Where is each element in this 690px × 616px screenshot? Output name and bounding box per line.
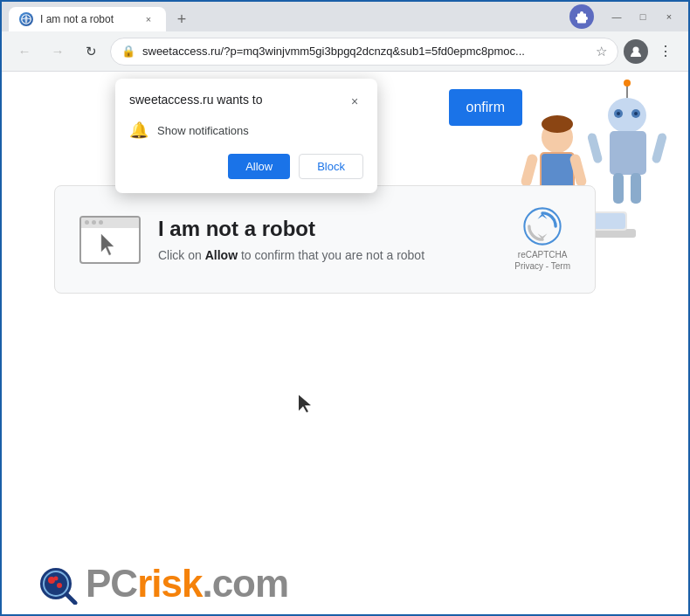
card-subtitle: Click on Allow to confirm that you are n… [158,248,497,262]
recaptcha-badge: reCAPTCHA Privacy - Term [514,207,570,272]
svg-point-9 [624,80,631,87]
svg-marker-27 [299,395,311,412]
popup-header: sweetaccess.ru wants to × [129,93,363,110]
tab-favicon [19,12,33,26]
cursor [299,395,313,417]
window-controls: — □ × [604,4,681,29]
tab-title: I am not a robot [40,13,135,25]
svg-rect-18 [520,153,538,188]
subtitle-post: to confirm that you are not a robot [238,248,424,262]
tab-strip: I am not a robot × + [9,2,566,31]
page-content: onfirm sweetaccess.ru wants to × 🔔 Show … [2,72,688,614]
subtitle-bold: Allow [205,248,238,262]
confirm-button[interactable]: onfirm [449,89,522,126]
title-bar: I am not a robot × + — □ × [2,2,688,31]
tab-close-button[interactable]: × [141,12,155,26]
svg-marker-25 [101,234,114,255]
notification-popup: sweetaccess.ru wants to × 🔔 Show notific… [115,79,377,193]
pcrisk-logo: PCrisk.com [37,562,288,606]
address-bar[interactable]: 🔒 sweetaccess.ru/?p=mq3winjvmm5gi3bpgq2d… [110,38,618,66]
logo-pc: PC [86,562,137,605]
minimize-button[interactable]: — [604,4,629,29]
browser-tab[interactable]: I am not a robot × [9,7,166,31]
back-button[interactable]: ← [10,38,38,66]
new-tab-button[interactable]: + [169,7,194,31]
logo-risk: risk [137,562,202,605]
allow-button[interactable]: Allow [228,154,290,179]
bell-icon: 🔔 [129,121,148,140]
card-text: I am not a robot Click on Allow to confi… [158,217,497,262]
svg-point-6 [617,112,620,115]
close-button[interactable]: × [657,4,681,29]
notification-row: 🔔 Show notifications [129,121,363,140]
browser-icon-top [81,218,139,228]
logo-com: .com [202,562,288,605]
profile-button[interactable] [624,39,648,64]
popup-buttons: Allow Block [129,154,363,179]
browser-toolbar: ← → ↻ 🔒 sweetaccess.ru/?p=mq3winjvmm5gi3… [2,31,688,72]
browser-dot [85,220,89,225]
svg-point-7 [634,112,638,115]
forward-button[interactable]: → [44,38,72,66]
confirm-button-area: onfirm [449,89,522,126]
bookmark-icon[interactable]: ☆ [596,44,607,59]
recaptcha-label: reCAPTCHA Privacy - Term [514,249,570,272]
browser-icon [79,216,141,264]
popup-close-button[interactable]: × [346,93,363,110]
browser-window: I am not a robot × + — □ × ← → ↻ 🔒 sweet… [2,2,688,614]
notification-label: Show notifications [157,124,249,137]
svg-rect-10 [587,132,604,163]
svg-point-33 [57,583,62,588]
logo-text: PCrisk.com [86,562,288,606]
svg-rect-12 [613,173,624,204]
captcha-card: I am not a robot Click on Allow to confi… [54,185,596,294]
svg-point-2 [608,98,646,133]
block-button[interactable]: Block [299,154,363,179]
svg-rect-3 [610,131,646,175]
extension-icon[interactable] [569,4,594,29]
lock-icon: 🔒 [121,45,135,58]
browser-dot [92,220,96,225]
svg-point-15 [542,115,573,133]
extensions-area [569,4,594,29]
svg-rect-13 [631,173,641,204]
refresh-button[interactable]: ↻ [77,38,105,66]
svg-rect-11 [652,132,668,163]
svg-point-34 [54,577,59,581]
menu-button[interactable]: ⋮ [652,38,680,66]
browser-dot [99,220,103,225]
browser-icon-body [98,228,122,262]
subtitle-pre: Click on [158,248,205,262]
address-text: sweetaccess.ru/?p=mq3winjvmm5gi3bpgq2dcn… [142,45,589,58]
maximize-button[interactable]: □ [631,4,655,29]
svg-line-30 [66,593,75,603]
toolbar-right: ⋮ [624,38,680,66]
card-title: I am not a robot [158,217,497,241]
popup-title: sweetaccess.ru wants to [129,93,263,107]
